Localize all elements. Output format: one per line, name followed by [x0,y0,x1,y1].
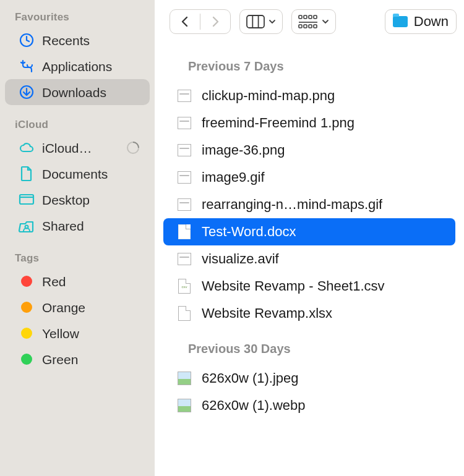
file-type-icon [176,143,193,157]
sidebar: FavouritesRecentsApplicationsDownloadsiC… [0,0,155,476]
sidebar-item-label: iCloud… [42,142,92,155]
file-group-header: Previous 7 Days [155,47,464,82]
chevron-down-icon [322,19,329,25]
sidebar-item-downloads[interactable]: Downloads [5,79,150,105]
nav-group [170,9,231,34]
tag-dot-icon [19,299,35,315]
file-row[interactable]: visualize.avif [163,245,455,273]
chevron-down-icon [269,19,276,25]
tag-dot-icon [19,351,35,367]
file-type-icon [176,372,193,385]
file-name: 626x0w (1).jpeg [202,370,299,386]
folder-icon [393,16,408,27]
sidebar-item-applications[interactable]: Applications [5,53,150,79]
group-by-button[interactable] [291,9,336,34]
file-row[interactable]: Test-Word.docx [163,218,455,245]
file-row[interactable]: rearranging-n…mind-maps.gif [163,191,455,218]
file-row[interactable]: freemind-Freemind 1.png [163,109,455,137]
download-icon [19,84,35,100]
sidebar-item-label: Orange [42,301,85,314]
svg-rect-10 [299,15,302,19]
file-type-icon [176,225,193,239]
file-name: freemind-Freemind 1.png [202,115,354,131]
file-type-icon [176,171,193,184]
file-type-icon: csv [176,279,193,293]
svg-rect-13 [314,15,317,19]
main-panel: Down Previous 7 Daysclickup-mind-map.png… [155,0,464,476]
sidebar-item-documents[interactable]: Documents [5,161,150,187]
desktop-icon [19,192,35,208]
sidebar-section-header: iCloud [0,114,155,135]
file-list: Previous 7 Daysclickup-mind-map.pngfreem… [155,37,464,476]
file-name: clickup-mind-map.png [202,88,335,104]
file-row[interactable]: Website Revamp.xlsx [163,300,455,327]
svg-rect-12 [309,15,312,19]
finder-window: FavouritesRecentsApplicationsDownloadsiC… [0,0,464,476]
sidebar-item-icloud[interactable]: iCloud… [5,135,150,161]
sidebar-item-green[interactable]: Green [5,346,150,372]
shared-icon [19,218,35,234]
sidebar-item-recents[interactable]: Recents [5,27,150,53]
sidebar-item-label: Downloads [42,86,106,99]
file-name: image9.gif [202,169,265,185]
sidebar-item-label: Documents [42,168,108,181]
sidebar-item-desktop[interactable]: Desktop [5,187,150,213]
sidebar-section-header: Tags [0,247,155,268]
file-name: rearranging-n…mind-maps.gif [202,197,382,213]
progress-icon [126,141,140,155]
svg-rect-15 [299,25,302,28]
cloud-icon [19,140,35,156]
file-name: Test-Word.docx [202,224,296,240]
file-type-icon [176,198,193,211]
sidebar-item-label: Applications [42,60,112,73]
path-folder-button[interactable]: Down [385,9,457,34]
file-name: visualize.avif [202,251,279,267]
columns-icon [246,15,265,28]
file-type-icon [176,89,193,103]
file-name: 626x0w (1).webp [202,397,306,414]
sidebar-section-header: Favourites [0,6,155,27]
sidebar-item-orange[interactable]: Orange [5,294,150,320]
svg-rect-7 [247,15,264,28]
file-row[interactable]: image-36.png [163,137,455,164]
file-name: Website Revamp - Sheet1.csv [202,278,385,294]
view-columns-button[interactable] [239,9,283,34]
path-folder-label: Down [414,14,449,30]
file-row[interactable]: clickup-mind-map.png [163,82,455,109]
file-row[interactable]: image9.gif [163,164,455,191]
file-name: image-36.png [202,142,285,158]
sidebar-item-label: Shared [42,219,84,232]
file-group-header: Previous 30 Days [155,327,464,365]
toolbar: Down [155,0,464,37]
back-button[interactable] [170,10,200,33]
svg-rect-17 [309,25,312,28]
clock-icon [19,32,35,48]
file-row[interactable]: 626x0w (1).webp [163,392,455,419]
grid-stack-icon [298,15,318,28]
file-row[interactable]: 626x0w (1).jpeg [163,365,455,392]
sidebar-item-label: Desktop [42,193,90,206]
file-type-icon [176,399,193,412]
file-type-icon [176,307,193,320]
sidebar-item-label: Green [42,353,78,366]
sidebar-item-shared[interactable]: Shared [5,213,150,239]
file-row[interactable]: csvWebsite Revamp - Sheet1.csv [163,273,455,300]
file-type-icon [176,252,193,266]
file-type-icon [176,116,193,130]
svg-rect-11 [304,15,307,19]
tag-dot-icon [19,325,35,341]
svg-rect-16 [304,25,307,28]
file-name: Website Revamp.xlsx [202,305,332,321]
tag-dot-icon [19,273,35,289]
forward-button[interactable] [200,10,230,33]
sidebar-item-label: Red [42,275,66,288]
sidebar-item-label: Yellow [42,327,79,340]
apps-icon [19,58,35,74]
sidebar-item-yellow[interactable]: Yellow [5,320,150,346]
svg-rect-18 [314,25,317,28]
sidebar-item-red[interactable]: Red [5,268,150,294]
document-icon [19,166,35,182]
sidebar-item-label: Recents [42,34,90,47]
svg-rect-4 [20,195,33,204]
